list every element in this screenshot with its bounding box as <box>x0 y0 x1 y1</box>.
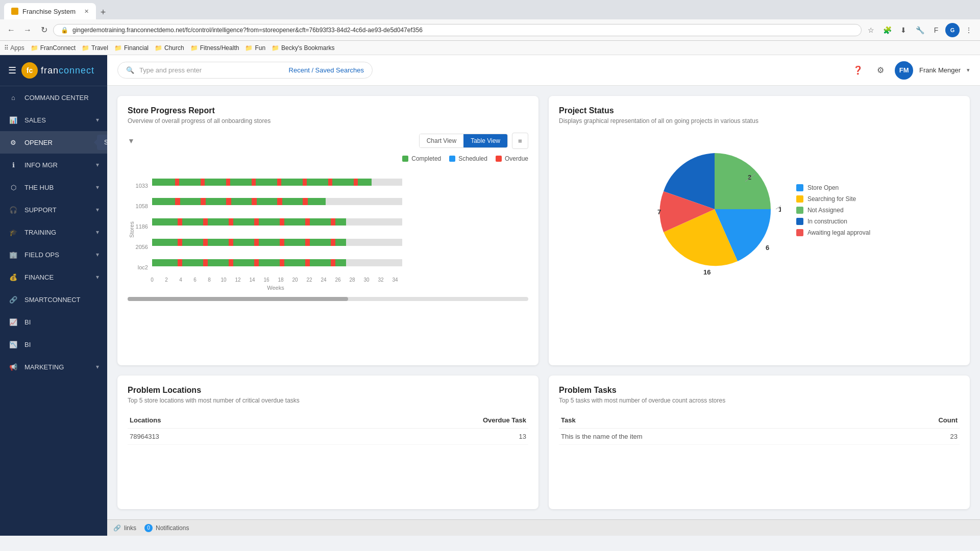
nav-label-bi-1: BI <box>24 318 99 326</box>
legend-overdue: Overdue <box>496 155 528 162</box>
completed-dot <box>402 156 408 162</box>
user-avatar[interactable]: FM <box>895 61 913 80</box>
svg-rect-44 <box>331 239 335 246</box>
svg-rect-14 <box>328 179 332 186</box>
bookmark-church[interactable]: 📁 Church <box>155 44 184 52</box>
bookmark-fitness[interactable]: 📁 Fitness/Health <box>190 44 239 52</box>
sidebar-item-marketing[interactable]: 📢 MARKETING ▾ <box>0 356 107 378</box>
bookmark-fun[interactable]: 📁 Fun <box>245 44 265 52</box>
folder-icon: 📁 <box>31 44 38 52</box>
extension2-button[interactable]: 🔧 <box>913 23 927 37</box>
sidebar-item-training[interactable]: 🎓 TRAINING ▾ <box>0 221 107 243</box>
help-button[interactable]: ❓ <box>850 62 866 79</box>
new-tab-button[interactable]: + <box>96 5 110 19</box>
searching-label: Searching for Site <box>807 195 856 203</box>
recent-saved-link[interactable]: Recent / Saved Searches <box>289 66 364 74</box>
svg-rect-41 <box>254 239 259 246</box>
chart-view-button[interactable]: Chart View <box>420 134 463 147</box>
svg-text:26: 26 <box>335 277 341 283</box>
legend-in-construction: In construction <box>796 218 870 225</box>
svg-rect-25 <box>326 198 402 205</box>
svg-text:22: 22 <box>306 277 312 283</box>
col-task: Task <box>559 412 874 429</box>
links-item[interactable]: 🔗 links <box>113 524 136 532</box>
svg-rect-7 <box>152 179 372 186</box>
pie-chart-container: 2 1 6 7 16 <box>648 143 781 278</box>
reload-button[interactable]: ↻ <box>37 23 51 37</box>
search-input[interactable]: Type and press enter <box>139 66 284 74</box>
nav-label-command-center: COMMAND CENTER <box>24 94 99 102</box>
extension-button[interactable]: 🧩 <box>880 23 894 37</box>
problem-locations-subtitle: Top 5 store locations with most number o… <box>128 397 528 404</box>
legend-completed-label: Completed <box>411 155 441 162</box>
training-arrow: ▾ <box>96 229 99 236</box>
forward-button[interactable]: → <box>20 23 35 37</box>
opener-icon: ⚙ <box>8 137 18 147</box>
menu-button[interactable]: ⋮ <box>962 23 976 37</box>
svg-text:24: 24 <box>321 277 327 283</box>
hamburger-menu[interactable]: ☰ <box>8 65 16 76</box>
sidebar-item-bi-1[interactable]: 📈 BI <box>0 311 107 333</box>
svg-text:1186: 1186 <box>136 223 148 230</box>
bookmark-travel[interactable]: 📁 Travel <box>82 44 108 52</box>
bookmarks-bar: ⠿ Apps 📁 FranConnect 📁 Travel 📁 Financia… <box>0 41 980 55</box>
info-icon: ℹ <box>8 160 18 170</box>
back-button[interactable]: ← <box>4 23 18 37</box>
nav-label-the-hub: THE HUB <box>24 184 90 191</box>
problem-tasks-subtitle: Top 5 tasks with most number of overdue … <box>559 397 960 404</box>
sidebar-item-bi-2[interactable]: 📉 BI <box>0 333 107 356</box>
bookmark-label: Travel <box>91 44 108 52</box>
count-value: 23 <box>874 429 960 445</box>
svg-rect-32 <box>280 218 284 226</box>
home-icon: ⌂ <box>8 92 18 103</box>
active-tab[interactable]: Franchise System ✕ <box>4 3 96 19</box>
settings-button[interactable]: ⚙ <box>872 62 889 79</box>
user-name[interactable]: Frank Menger <box>919 66 961 74</box>
bookmark-franconnect[interactable]: 📁 FranConnect <box>31 44 76 52</box>
tab-close-button[interactable]: ✕ <box>84 8 89 15</box>
filter-button[interactable]: ≡ <box>512 133 528 149</box>
collapse-button[interactable]: ▼ <box>128 137 135 145</box>
svg-text:loc2: loc2 <box>138 264 148 270</box>
search-icon: 🔍 <box>126 66 134 74</box>
chart-scrollbar[interactable] <box>128 297 528 301</box>
bar-chart-svg: 1033 1058 1186 2056 loc2 Stores <box>128 168 413 291</box>
download-button[interactable]: ⬇ <box>896 23 911 37</box>
notifications-item[interactable]: 0 Notifications <box>144 524 189 532</box>
bookmark-becky[interactable]: 📁 Becky's Bookmarks <box>272 44 334 52</box>
sidebar-item-finance[interactable]: 💰 FINANCE ▾ <box>0 266 107 288</box>
extension3-button[interactable]: F <box>929 23 943 37</box>
sidebar-item-smartconnect[interactable]: 🔗 SMARTCONNECT <box>0 288 107 311</box>
sidebar-item-the-hub[interactable]: ⬡ THE HUB ▾ <box>0 176 107 198</box>
bookmark-star-button[interactable]: ☆ <box>864 23 878 37</box>
address-bar[interactable]: 🔒 gingerdemotraining.franconnectdemo.net… <box>53 24 862 36</box>
support-arrow: ▾ <box>96 206 99 213</box>
sidebar-item-command-center[interactable]: ⌂ COMMAND CENTER <box>0 86 107 109</box>
awaiting-legal-label: Awaiting legal approval <box>807 229 870 236</box>
task-value: This is the name of the item <box>559 429 874 445</box>
nav-label-field-ops: FIELD OPS <box>24 251 90 259</box>
user-chevron-icon[interactable]: ▾ <box>967 67 970 73</box>
table-view-button[interactable]: Table View <box>463 134 507 147</box>
sidebar-item-field-ops[interactable]: 🏢 FIELD OPS ▾ <box>0 243 107 266</box>
marketing-arrow: ▾ <box>96 363 99 370</box>
svg-rect-52 <box>280 259 284 266</box>
profile-button[interactable]: G <box>945 23 960 37</box>
app-container: ☰ fc franconnect ⌂ COMMAND CENTER 📊 SALE… <box>0 55 980 536</box>
project-status-card: Project Status Displays graphical repres… <box>549 96 970 365</box>
bar-chart-container: 1033 1058 1186 2056 loc2 Stores <box>128 168 528 293</box>
legend-scheduled-label: Scheduled <box>458 155 487 162</box>
svg-rect-51 <box>254 259 259 266</box>
bookmark-financial[interactable]: 📁 Financial <box>114 44 149 52</box>
apps-button[interactable]: ⠿ Apps <box>4 44 24 52</box>
search-box[interactable]: 🔍 Type and press enter Recent / Saved Se… <box>117 62 373 79</box>
sidebar-item-opener[interactable]: ⚙ OPENER ▾ Streamline On boarding of New… <box>0 131 107 154</box>
sidebar-item-sales[interactable]: 📊 SALES ▾ <box>0 109 107 131</box>
svg-rect-43 <box>305 239 310 246</box>
hub-icon: ⬡ <box>8 182 18 192</box>
sidebar-header: ☰ fc franconnect <box>0 55 107 86</box>
not-assigned-dot <box>796 207 803 214</box>
nav-label-opener: OPENER <box>24 139 90 146</box>
sidebar-item-support[interactable]: 🎧 SUPPORT ▾ <box>0 198 107 221</box>
sidebar-item-info-mgr[interactable]: ℹ INFO MGR ▾ <box>0 154 107 176</box>
